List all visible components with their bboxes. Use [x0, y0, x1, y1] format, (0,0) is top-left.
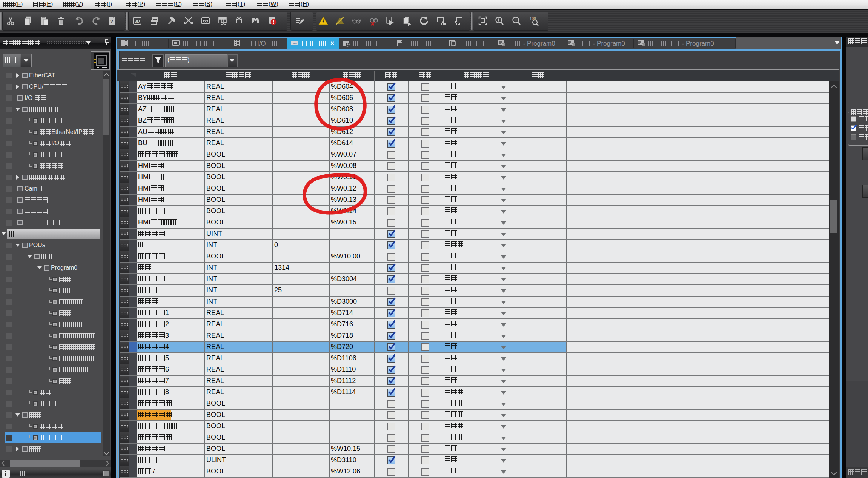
svg-text:3D: 3D [135, 19, 140, 23]
svg-text:var: var [292, 41, 297, 45]
svg-text:?: ? [110, 18, 113, 24]
